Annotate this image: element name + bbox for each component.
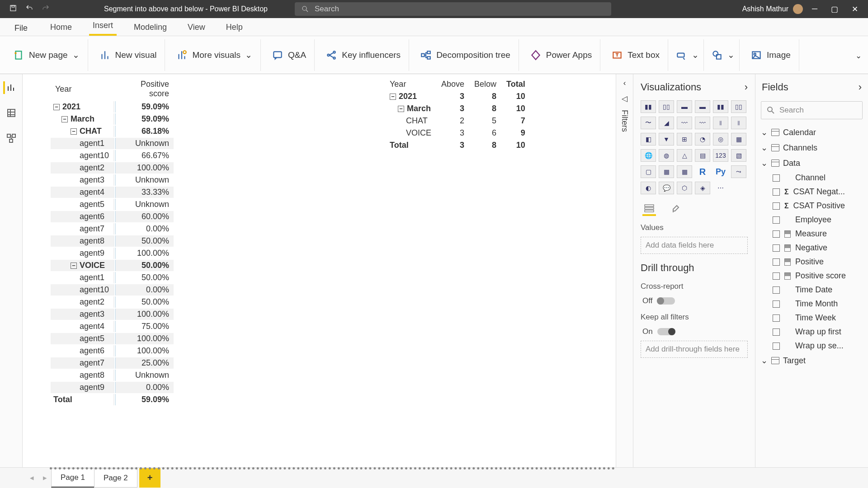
chevron-left-icon[interactable]: ‹ [623,79,626,88]
file-tab[interactable]: File [9,21,33,36]
viz-type-icon[interactable]: ▧ [731,149,746,162]
table-row[interactable]: agent250.00% [51,296,174,308]
matrix-visual-2[interactable]: Year Above Below Total −20213810−March38… [384,78,529,159]
field-item[interactable]: ΣCSAT Positive [759,199,864,213]
model-view-icon[interactable] [5,132,18,145]
table-row[interactable]: −VOICE50.00% [51,260,174,271]
tab-home[interactable]: Home [47,20,75,36]
table-row[interactable]: agent9100.00% [51,248,174,259]
chevron-right-icon[interactable]: › [745,81,748,93]
checkbox[interactable] [773,174,780,182]
table-row[interactable]: −20213810 [385,91,530,102]
page-tab-1[interactable]: Page 1 [51,468,94,488]
table-row[interactable]: agent100.00% [51,284,174,296]
field-item[interactable]: Time Week [759,311,864,325]
viz-type-icon[interactable]: ▬ [695,100,710,113]
viz-type-icon[interactable]: ▯▯ [731,100,746,113]
table-row[interactable]: −CHAT68.18% [51,126,174,137]
new-page-button[interactable]: New page ⌄ [5,39,88,71]
viz-type-icon[interactable]: ▢ [641,165,656,178]
shapes-dropdown[interactable]: ⌄ [707,39,740,71]
collapse-icon[interactable]: − [53,104,60,110]
table-row[interactable]: agent3Unknown [51,174,174,186]
add-page-button[interactable]: + [139,468,161,488]
buttons-dropdown[interactable]: ⌄ [671,39,704,71]
field-item[interactable]: Positive score [759,269,864,283]
viz-type-icon[interactable]: 〜 [641,117,656,129]
viz-fields-tab[interactable] [642,202,656,216]
ribbon-expand-icon[interactable]: ⌄ [855,51,862,61]
col-score[interactable]: Positive score [115,79,174,100]
checkbox[interactable] [773,244,780,252]
table-row[interactable]: agent725.00% [51,357,174,369]
checkbox[interactable] [773,188,780,196]
table-row[interactable]: agent150.00% [51,272,174,283]
collapse-icon[interactable]: − [71,128,77,135]
table-row[interactable]: Total59.09% [51,394,174,405]
col-above[interactable]: Above [437,79,469,90]
viz-type-icon[interactable]: 〰 [695,117,710,129]
viz-type-icon[interactable]: ◔ [695,133,710,145]
collapse-icon[interactable]: − [61,116,68,122]
chevron-right-icon[interactable]: › [859,81,862,93]
viz-type-icon[interactable]: ⦀ [731,117,746,129]
viz-type-icon[interactable]: △ [677,149,692,162]
viz-type-icon[interactable]: ▦ [677,165,692,178]
tab-modeling[interactable]: Modeling [130,20,170,36]
viz-type-icon[interactable]: 〰 [677,117,692,129]
checkbox[interactable] [773,258,780,266]
page-tab-2[interactable]: Page 2 [94,469,137,488]
checkbox[interactable] [773,300,780,308]
table-row[interactable]: agent1066.67% [51,150,174,161]
viz-type-icon[interactable]: ▼ [659,133,674,145]
viz-type-icon[interactable]: 💬 [659,182,674,194]
viz-format-tab[interactable] [669,202,682,216]
table-row[interactable]: agent1Unknown [51,138,174,149]
fields-search[interactable]: Search [761,101,863,119]
table-row[interactable]: agent475.00% [51,321,174,332]
minimize-icon[interactable]: ─ [812,5,817,14]
field-item[interactable]: ΣCSAT Negat... [759,185,864,199]
save-icon[interactable] [9,4,17,14]
viz-type-icon[interactable]: ⋯ [713,182,728,194]
viz-type-icon[interactable]: ◢ [659,117,674,129]
next-page-icon[interactable]: ▸ [38,469,52,486]
table-row[interactable]: Total3810 [385,140,530,151]
viz-type-icon[interactable]: ◍ [659,149,674,162]
data-view-icon[interactable] [5,107,18,119]
viz-type-icon[interactable]: ▤ [695,149,710,162]
col-year[interactable]: Year [51,79,114,100]
table-row[interactable]: −202159.09% [51,101,174,113]
table-row[interactable]: agent6100.00% [51,345,174,357]
field-item[interactable]: Channel [759,171,864,185]
viz-type-icon[interactable]: ⊞ [677,133,692,145]
field-table[interactable]: ⌄Target [759,353,864,368]
field-item[interactable]: Wrap up se... [759,339,864,353]
field-item[interactable]: Negative [759,241,864,255]
viz-type-icon[interactable]: ▯▯ [659,100,674,113]
qa-button[interactable]: Q&A [264,39,315,71]
image-button[interactable]: Image [742,39,799,71]
viz-type-icon[interactable]: ▮▮ [713,100,728,113]
matrix-visual-1[interactable]: Year Positive score −202159.09%−March59.… [50,78,380,439]
tab-insert[interactable]: Insert [89,18,117,36]
more-visuals-button[interactable]: More visuals ⌄ [168,39,261,71]
field-table[interactable]: ⌄Channels [759,140,864,155]
table-row[interactable]: agent3100.00% [51,309,174,320]
decomposition-button[interactable]: Decomposition tree [412,39,519,71]
table-row[interactable]: agent90.00% [51,382,174,393]
power-apps-button[interactable]: Power Apps [522,39,600,71]
undo-icon[interactable] [25,4,33,14]
checkbox[interactable] [773,328,780,336]
cross-report-toggle[interactable] [657,297,675,305]
maximize-icon[interactable]: ▢ [831,5,838,14]
viz-type-icon[interactable]: ◐ [641,182,656,194]
checkbox[interactable] [773,272,780,280]
table-row[interactable]: agent5Unknown [51,199,174,210]
prev-page-icon[interactable]: ◂ [25,469,38,486]
viz-type-icon[interactable]: ◧ [641,133,656,145]
viz-type-icon[interactable]: ⬡ [677,182,692,194]
text-box-button[interactable]: Text box [603,39,668,71]
col-total[interactable]: Total [502,79,530,90]
table-row[interactable]: −March59.09% [51,113,174,125]
